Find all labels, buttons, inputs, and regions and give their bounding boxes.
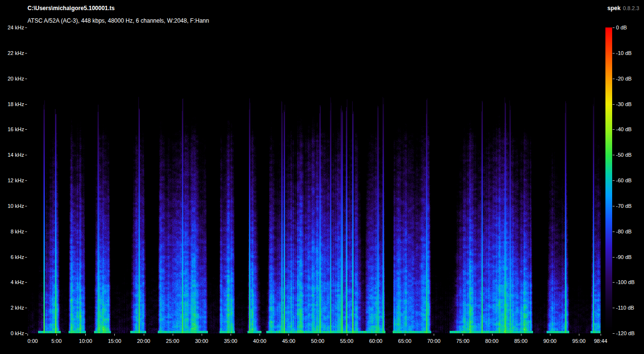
freq-tick-mark <box>25 231 27 232</box>
freq-tick-label: 16 kHz <box>0 126 24 132</box>
time-tick-mark <box>173 334 173 336</box>
legend-tick-mark <box>613 231 615 232</box>
legend-tick-label: -120 dB <box>616 330 635 336</box>
freq-tick-mark <box>25 79 27 79</box>
freq-tick-label: 10 kHz <box>0 203 24 209</box>
freq-tick-label: 0 kHz <box>0 330 24 336</box>
legend-tick-label: -110 dB <box>616 305 634 311</box>
time-tick-label: 80:00 <box>485 338 499 344</box>
time-tick-label: 0:00 <box>27 338 38 344</box>
freq-tick-label: 20 kHz <box>0 76 24 82</box>
legend-tick-mark <box>613 206 615 206</box>
time-tick-mark <box>550 334 550 336</box>
freq-tick-mark <box>25 308 27 308</box>
time-tick-label: 40:00 <box>253 338 267 344</box>
freq-tick-mark <box>25 155 27 155</box>
legend-tick-mark <box>613 257 615 258</box>
time-tick-mark <box>376 334 376 336</box>
time-tick-mark <box>27 334 28 336</box>
freq-tick-label: 4 kHz <box>0 279 24 285</box>
app-brand: spek0.8.2.3 <box>607 5 639 12</box>
time-tick-mark <box>260 334 260 336</box>
legend-tick-mark <box>613 104 615 105</box>
time-tick-label: 50:00 <box>311 338 325 344</box>
time-tick-mark <box>579 334 579 336</box>
legend-tick-label: -50 dB <box>616 152 631 158</box>
freq-tick-mark <box>25 27 27 28</box>
time-tick-mark <box>85 334 86 336</box>
freq-tick-mark <box>25 333 27 334</box>
time-tick-label: 90:00 <box>543 338 557 344</box>
stream-info: ATSC A/52A (AC-3), 448 kbps, 48000 Hz, 6… <box>27 17 209 24</box>
app-version: 0.8.2.3 <box>623 5 639 11</box>
legend-tick-mark <box>613 180 615 181</box>
time-tick-mark <box>56 334 57 336</box>
time-tick-label: 98:44 <box>594 338 607 344</box>
freq-tick-mark <box>25 104 27 105</box>
time-tick-mark <box>601 334 601 336</box>
freq-tick-mark <box>25 282 27 283</box>
freq-tick-label: 24 kHz <box>0 25 24 30</box>
freq-tick-mark <box>25 257 27 258</box>
freq-tick-label: 14 kHz <box>0 152 24 158</box>
time-tick-mark <box>521 334 521 336</box>
legend-tick-label: -70 dB <box>616 203 631 209</box>
legend-tick-label: -10 dB <box>616 50 631 56</box>
freq-tick-mark <box>25 180 27 181</box>
time-tick-mark <box>288 334 289 336</box>
legend-tick-label: -80 dB <box>616 229 631 234</box>
time-tick-label: 30:00 <box>195 338 208 344</box>
legend-tick-mark <box>613 79 615 79</box>
file-path: C:\Users\micha\gore5.100001.ts <box>27 5 115 12</box>
freq-tick-mark <box>25 53 27 54</box>
time-tick-mark <box>144 334 144 336</box>
time-tick-mark <box>492 334 493 336</box>
spek-window: C:\Users\micha\gore5.100001.ts ATSC A/52… <box>0 0 644 354</box>
time-tick-mark <box>318 334 318 336</box>
app-name: spek <box>607 5 620 12</box>
freq-tick-label: 22 kHz <box>0 50 24 56</box>
freq-tick-label: 12 kHz <box>0 177 24 183</box>
time-tick-label: 20:00 <box>137 338 151 344</box>
time-tick-mark <box>347 334 347 336</box>
time-tick-label: 95:00 <box>572 338 586 344</box>
time-tick-mark <box>202 334 202 336</box>
freq-tick-label: 8 kHz <box>0 229 24 234</box>
time-tick-mark <box>463 334 463 336</box>
time-tick-label: 25:00 <box>166 338 179 344</box>
legend-gradient-bar <box>605 27 612 333</box>
time-tick-mark <box>405 334 405 336</box>
legend-tick-mark <box>613 27 615 28</box>
freq-tick-label: 2 kHz <box>0 305 24 311</box>
time-tick-label: 35:00 <box>224 338 237 344</box>
time-tick-label: 45:00 <box>282 338 296 344</box>
time-tick-label: 65:00 <box>398 338 411 344</box>
time-tick-label: 60:00 <box>369 338 383 344</box>
freq-tick-label: 18 kHz <box>0 101 24 107</box>
legend-tick-label: 0 dB <box>616 25 627 30</box>
legend-tick-label: -90 dB <box>616 254 631 260</box>
time-tick-mark <box>231 334 231 336</box>
legend-tick-label: -60 dB <box>616 177 631 183</box>
legend-tick-mark <box>613 308 615 308</box>
legend-tick-label: -40 dB <box>616 126 631 132</box>
time-tick-mark <box>434 334 434 336</box>
time-tick-label: 75:00 <box>456 338 470 344</box>
legend-tick-mark <box>613 129 615 130</box>
freq-tick-label: 6 kHz <box>0 254 24 260</box>
legend-tick-mark <box>613 333 615 334</box>
time-tick-label: 85:00 <box>514 338 528 344</box>
spectrogram-canvas <box>27 27 601 333</box>
time-tick-label: 70:00 <box>427 338 441 344</box>
time-tick-mark <box>114 334 115 336</box>
legend-tick-label: -30 dB <box>616 101 631 107</box>
time-tick-label: 15:00 <box>108 338 122 344</box>
freq-tick-mark <box>25 206 27 206</box>
time-tick-label: 10:00 <box>79 338 93 344</box>
time-tick-label: 55:00 <box>340 338 354 344</box>
legend-tick-mark <box>613 53 615 54</box>
legend-tick-label: -20 dB <box>616 76 631 82</box>
legend-tick-mark <box>613 155 615 155</box>
freq-tick-mark <box>25 129 27 130</box>
time-tick-label: 5:00 <box>51 338 61 344</box>
